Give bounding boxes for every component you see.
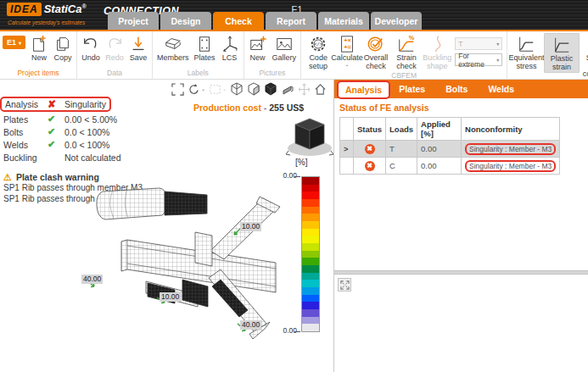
ribbon-group-project-items: E1▾ New Copy Project items — [0, 31, 77, 79]
save-icon — [129, 34, 148, 54]
solid-cube-button[interactable] — [264, 82, 277, 96]
loads-combo[interactable]: T▾ — [455, 37, 502, 50]
check-value: Not calculated — [64, 153, 143, 163]
ribbon-group-fe-analysis: Equivalent stress Plastic strain Stress … — [507, 31, 588, 79]
overall-check-button[interactable]: Overall check — [361, 33, 391, 71]
new-document-icon — [30, 34, 48, 54]
calculate-button[interactable]: +×+= Calculate ⌄ — [333, 33, 361, 68]
error-status-icon: ✖ — [365, 161, 375, 171]
lcs-labels-button[interactable]: LCS — [218, 33, 242, 64]
members-labels-button[interactable]: Members — [154, 33, 192, 64]
view-cube-wire-button[interactable] — [230, 82, 244, 96]
check-row-bolts[interactable]: Bolts ✔ 0.0 < 100% — [3, 125, 143, 138]
clipping-plane-button[interactable] — [281, 82, 294, 96]
tab-report[interactable]: Report — [266, 12, 316, 30]
results-tab-bar: Analysis Plates Bolts Welds — [334, 80, 588, 98]
scale-unit-label: [%] — [295, 158, 307, 167]
viewport-3d[interactable]: ⌄ ⌄ — [0, 80, 333, 372]
tab-bolts[interactable]: Bolts — [435, 80, 478, 98]
pass-check-icon: ✔ — [48, 139, 64, 150]
calculator-icon: +×+= — [339, 34, 356, 54]
scale-tick — [294, 176, 300, 177]
scale-max-label: 0.00 — [272, 171, 297, 180]
registered-mark: ® — [81, 3, 86, 9]
check-name: Buckling — [3, 153, 48, 163]
check-row-analysis[interactable]: Analysis ✘ Singularity — [0, 97, 111, 112]
gallery-button[interactable]: Gallery — [270, 33, 300, 64]
check-row-buckling[interactable]: Buckling Not calculated — [3, 151, 143, 164]
check-name: Welds — [3, 140, 48, 150]
panel-expander-button[interactable] — [338, 278, 351, 291]
nonconformity-cell: Singularity : Member - M3 — [465, 143, 556, 155]
check-name: Bolts — [3, 127, 48, 137]
fit-view-button[interactable] — [171, 83, 184, 96]
check-value: 0.0 < 100% — [64, 140, 143, 150]
buckling-shape-button[interactable]: Buckling shape — [422, 33, 452, 71]
extreme-combo[interactable]: For extreme▾ — [455, 53, 502, 66]
fe-status-section: Status of FE analysis Status Loads Appli… — [334, 98, 588, 270]
loads-cell: C — [386, 158, 417, 175]
select-rectangle-button[interactable]: ⌄ — [209, 83, 227, 96]
tab-plates[interactable]: Plates — [389, 80, 435, 98]
new-picture-button[interactable]: New — [246, 33, 270, 64]
results-panel: Analysis Plates Bolts Welds Status of FE… — [333, 80, 588, 372]
color-scale-bar — [301, 176, 320, 332]
ribbon-group-data: Undo Redo Save Data — [77, 31, 153, 79]
ribbon-group-label: Pictures — [246, 69, 300, 79]
plastic-strain-button[interactable]: Plastic strain — [544, 33, 580, 73]
check-value: Singularity — [64, 99, 106, 109]
home-view-button[interactable] — [314, 83, 327, 96]
ribbon: E1▾ New Copy Project items — [0, 31, 588, 80]
tab-welds[interactable]: Welds — [478, 80, 524, 98]
tab-design[interactable]: Design — [160, 12, 211, 30]
equivalent-stress-button[interactable]: Equivalent stress — [509, 33, 544, 71]
production-cost-label: Production cost — [193, 103, 261, 113]
view-cube-shaded-button[interactable] — [247, 82, 260, 96]
main-tab-bar: Project Design Check Report Materials De… — [108, 12, 422, 30]
stress-curve-icon — [516, 34, 536, 54]
pass-check-icon: ✔ — [48, 114, 64, 125]
tab-developer[interactable]: Developer — [371, 12, 422, 30]
loads-column-header: Loads — [386, 118, 417, 141]
tab-materials[interactable]: Materials — [318, 12, 369, 30]
detail-panel — [334, 275, 588, 372]
check-row-plates[interactable]: Plates ✔ 0.00 < 5.00% — [3, 113, 143, 125]
nonconformity-column-header: Nonconformity — [462, 118, 560, 141]
copy-project-item-button[interactable]: Copy — [51, 33, 75, 64]
project-item-selector-button[interactable]: E1▾ — [3, 36, 25, 49]
app-logo: IDEA StatiCa® — [7, 3, 87, 16]
check-row-welds[interactable]: Welds ✔ 0.0 < 100% — [3, 138, 143, 151]
table-row[interactable]: > ✖ T 0.00 Singularity : Member - M3 — [340, 141, 560, 158]
plate-icon — [197, 34, 212, 54]
svg-text:+=: += — [344, 43, 351, 51]
gallery-icon — [275, 34, 294, 54]
plates-labels-button[interactable]: Plates — [192, 33, 218, 64]
redo-icon — [105, 34, 124, 54]
buckling-curve-icon — [429, 34, 445, 54]
loads-cell: T — [386, 141, 417, 158]
ribbon-group-cbfem: </> Code setup +×+= Calculate ⌄ Overall … — [301, 31, 507, 79]
svg-text:%: % — [409, 35, 415, 42]
plastic-strain-icon — [552, 35, 572, 55]
pan-view-button[interactable] — [298, 83, 311, 96]
logo-idea-mark: IDEA — [7, 3, 42, 16]
production-cost-value: 255 US$ — [269, 103, 304, 113]
rotate-view-button[interactable]: ⌄ — [188, 83, 205, 96]
code-setup-button[interactable]: </> Code setup — [303, 33, 333, 71]
table-row[interactable]: ✖ C 0.00 Singularity : Member - M3 — [340, 158, 560, 175]
status-column-header: Status — [354, 118, 386, 141]
stress-in-contacts-button[interactable]: Stress in contacts — [580, 33, 588, 80]
check-value: 0.00 < 5.00% — [64, 114, 143, 125]
navigation-cube[interactable] — [285, 114, 333, 164]
redo-button[interactable]: Redo — [103, 33, 126, 64]
tab-check[interactable]: Check — [213, 12, 264, 30]
svg-text:</>: </> — [314, 41, 323, 47]
undo-button[interactable]: Undo — [79, 33, 103, 64]
new-project-item-button[interactable]: New — [27, 33, 51, 64]
deformation-label: 10.00 — [240, 222, 261, 231]
strain-check-button[interactable]: % Strain check — [391, 33, 422, 71]
tab-analysis[interactable]: Analysis — [339, 81, 389, 98]
tab-project[interactable]: Project — [108, 12, 159, 30]
save-button[interactable]: Save — [126, 33, 150, 64]
ribbon-group-pictures: New Gallery Pictures — [244, 31, 302, 79]
